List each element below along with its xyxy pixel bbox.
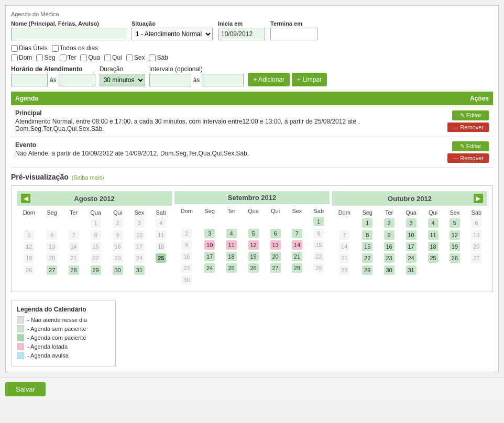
- qui-checkbox[interactable]: [104, 54, 111, 61]
- calendar-day[interactable]: [150, 264, 172, 276]
- seg-checkbox[interactable]: [36, 54, 43, 61]
- calendar-day[interactable]: 12: [17, 241, 41, 252]
- calendar-day[interactable]: 19: [242, 251, 265, 262]
- calendar-day[interactable]: 15: [308, 239, 330, 251]
- calendar-day[interactable]: 18: [150, 241, 172, 252]
- calendar-day[interactable]: [286, 274, 308, 286]
- calendar-day[interactable]: 8: [357, 229, 378, 241]
- horario-end-input[interactable]: [59, 74, 95, 86]
- calendar-day[interactable]: 20: [41, 252, 63, 264]
- calendar-day[interactable]: 30: [107, 264, 128, 276]
- calendar-day[interactable]: 13: [466, 229, 487, 241]
- calendar-day[interactable]: [174, 215, 199, 228]
- calendar-day[interactable]: 17: [199, 251, 221, 262]
- calendar-day[interactable]: [199, 274, 221, 286]
- calendar-day[interactable]: 3: [128, 217, 150, 229]
- calendar-day[interactable]: [242, 215, 265, 228]
- calendar-day[interactable]: 16: [378, 241, 400, 252]
- calendar-day[interactable]: 10: [199, 239, 221, 251]
- calendar-day[interactable]: 16: [174, 251, 199, 262]
- name-input[interactable]: [11, 28, 126, 40]
- duracao-select[interactable]: 30 minutos 15 minutos 45 minutos 60 minu…: [100, 74, 145, 86]
- calendar-day[interactable]: 24: [128, 252, 150, 264]
- calendar-day[interactable]: 12: [444, 229, 465, 241]
- calendar-day[interactable]: 4: [150, 217, 172, 229]
- calendar-day[interactable]: 28: [286, 262, 308, 274]
- calendar-day[interactable]: [41, 217, 63, 229]
- calendar-day[interactable]: [265, 215, 286, 228]
- ter-checkbox[interactable]: [60, 54, 67, 61]
- calendar-day[interactable]: 9: [107, 229, 128, 241]
- calendar-day[interactable]: [17, 217, 41, 229]
- clear-button[interactable]: + Limpar: [292, 73, 327, 86]
- intervalo-end-input[interactable]: [202, 74, 244, 86]
- calendar-day[interactable]: 27: [466, 252, 487, 264]
- calendar-day[interactable]: 6: [466, 217, 487, 229]
- calendar-day[interactable]: 26: [444, 252, 465, 264]
- calendar-day[interactable]: 29: [308, 262, 330, 274]
- calendar-day[interactable]: [286, 215, 308, 228]
- calendar-day[interactable]: 23: [174, 262, 199, 274]
- calendar-day[interactable]: 1: [84, 217, 107, 229]
- todos-dias-checkbox[interactable]: [52, 45, 59, 52]
- calendar-day[interactable]: [199, 215, 221, 228]
- calendar-day[interactable]: 4: [422, 217, 444, 229]
- calendar-day[interactable]: 7: [63, 229, 84, 241]
- calendar-day[interactable]: 11: [422, 229, 444, 241]
- calendar-day[interactable]: [308, 274, 330, 286]
- calendar-day[interactable]: 8: [84, 229, 107, 241]
- calendar-day[interactable]: 10: [128, 229, 150, 241]
- calendar-day[interactable]: 1: [308, 215, 330, 228]
- situacao-select[interactable]: 1 - Atendimento Normal 2 - Férias 3 - Av…: [132, 28, 212, 40]
- calendar-day[interactable]: 29: [357, 264, 378, 276]
- dias-uteis-checkbox[interactable]: [11, 45, 18, 52]
- calendar-day[interactable]: 6: [41, 229, 63, 241]
- calendar-day[interactable]: 18: [221, 251, 242, 262]
- calendar-day[interactable]: 30: [174, 274, 199, 286]
- calendar-day[interactable]: 20: [265, 251, 286, 262]
- calendar-day[interactable]: 2: [378, 217, 400, 229]
- calendar-day[interactable]: 2: [107, 217, 128, 229]
- calendar-day[interactable]: 27: [265, 262, 286, 274]
- calendar-day[interactable]: 7: [286, 228, 308, 239]
- calendar-day[interactable]: 11: [221, 239, 242, 251]
- calendar-day[interactable]: 7: [332, 229, 357, 241]
- calendar-day[interactable]: [221, 274, 242, 286]
- remove-button-0[interactable]: — Remover: [447, 123, 489, 132]
- inicia-input[interactable]: [218, 28, 265, 40]
- calendar-day[interactable]: 22: [308, 251, 330, 262]
- calendar-day[interactable]: 9: [378, 229, 400, 241]
- calendar-day[interactable]: 25: [221, 262, 242, 274]
- calendar-day[interactable]: 17: [128, 241, 150, 252]
- calendar-day[interactable]: 22: [357, 252, 378, 264]
- next-month-button[interactable]: ▶: [474, 194, 483, 203]
- calendar-day[interactable]: [63, 217, 84, 229]
- calendar-day[interactable]: [221, 215, 242, 228]
- calendar-day[interactable]: 31: [400, 264, 422, 276]
- calendar-day[interactable]: 17: [400, 241, 422, 252]
- calendar-day[interactable]: 27: [41, 264, 63, 276]
- termina-input[interactable]: [270, 28, 317, 40]
- calendar-day[interactable]: 5: [242, 228, 265, 239]
- calendar-day[interactable]: 25: [150, 252, 172, 264]
- horario-start-input[interactable]: [11, 74, 48, 86]
- edit-button-0[interactable]: ✎ Editar: [452, 110, 489, 120]
- calendar-day[interactable]: 14: [63, 241, 84, 252]
- calendar-day[interactable]: 31: [128, 264, 150, 276]
- calendar-day[interactable]: 13: [265, 239, 286, 251]
- calendar-day[interactable]: [444, 264, 465, 276]
- calendar-day[interactable]: 5: [444, 217, 465, 229]
- save-button[interactable]: Salvar: [5, 382, 46, 396]
- calendar-day[interactable]: 21: [63, 252, 84, 264]
- calendar-day[interactable]: 24: [400, 252, 422, 264]
- calendar-day[interactable]: 5: [17, 229, 41, 241]
- calendar-day[interactable]: 14: [286, 239, 308, 251]
- calendar-day[interactable]: 8: [308, 228, 330, 239]
- calendar-day[interactable]: [422, 264, 444, 276]
- calendar-day[interactable]: 15: [357, 241, 378, 252]
- calendar-day[interactable]: 6: [265, 228, 286, 239]
- calendar-day[interactable]: 29: [84, 264, 107, 276]
- calendar-day[interactable]: 26: [17, 264, 41, 276]
- calendar-day[interactable]: [265, 274, 286, 286]
- remove-button-1[interactable]: — Remover: [447, 153, 489, 163]
